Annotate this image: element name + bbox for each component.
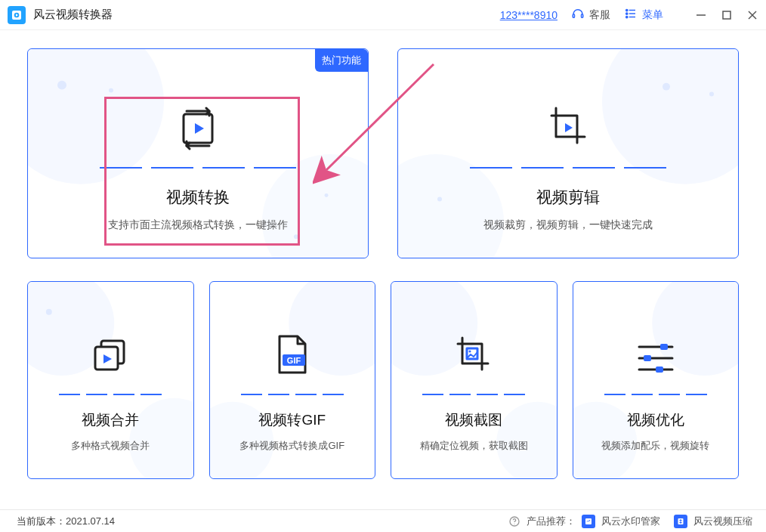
- compress-app-icon: [674, 515, 687, 528]
- svg-rect-3: [573, 14, 574, 18]
- recommend-label: 产品推荐：: [527, 515, 576, 528]
- menu-icon: [624, 7, 638, 23]
- divider: [604, 394, 707, 395]
- customer-service-label: 客服: [589, 8, 610, 22]
- svg-point-5: [626, 9, 628, 11]
- app-logo: [8, 6, 26, 24]
- svg-point-31: [46, 309, 52, 315]
- user-id-link[interactable]: 123****8910: [500, 9, 558, 21]
- gif-icon: GIF: [273, 333, 311, 380]
- card-video-convert[interactable]: 热门功能 视频转换 支持市面主流视频格式转换，一键操作: [27, 48, 369, 258]
- card-desc: 支持市面主流视频格式转换，一键操作: [108, 218, 288, 232]
- card-title: 视频转GIF: [258, 410, 326, 430]
- capture-icon: [452, 333, 496, 380]
- svg-point-20: [294, 234, 298, 239]
- divider: [100, 167, 296, 169]
- svg-point-25: [663, 83, 670, 91]
- merge-icon: [89, 335, 131, 380]
- divider: [470, 167, 666, 169]
- hot-badge: 热门功能: [315, 49, 368, 72]
- recommend-link-compress[interactable]: 风云视频压缩: [693, 515, 752, 528]
- card-video-capture[interactable]: 视频截图 精确定位视频，获取截图: [391, 281, 558, 479]
- svg-rect-46: [660, 344, 668, 350]
- svg-point-18: [109, 88, 113, 93]
- card-desc: 多种视频格式转换成GIF: [239, 439, 344, 453]
- convert-icon: [176, 107, 220, 153]
- svg-point-24: [398, 154, 504, 258]
- svg-point-15: [28, 49, 164, 184]
- divider: [422, 394, 525, 395]
- help-icon[interactable]: [508, 515, 520, 527]
- window-maximize-button[interactable]: [721, 9, 733, 21]
- divider: [59, 394, 162, 395]
- svg-point-23: [602, 49, 738, 184]
- window-minimize-button[interactable]: [695, 9, 707, 21]
- card-desc: 视频裁剪，视频剪辑，一键快速完成: [483, 218, 653, 232]
- svg-point-17: [57, 81, 66, 90]
- svg-point-27: [437, 197, 442, 202]
- svg-point-53: [514, 523, 514, 524]
- svg-point-9: [626, 16, 628, 17]
- card-title: 视频优化: [627, 410, 684, 430]
- customer-service-button[interactable]: 客服: [571, 7, 610, 23]
- card-title: 视频合并: [82, 410, 139, 430]
- svg-point-19: [325, 193, 329, 197]
- card-desc: 多种格式视频合并: [71, 439, 150, 453]
- svg-point-26: [709, 92, 714, 97]
- svg-point-7: [626, 13, 628, 14]
- watermark-app-icon: [582, 515, 595, 528]
- card-title: 视频转换: [166, 187, 230, 208]
- card-title: 视频截图: [445, 410, 502, 430]
- card-desc: 视频添加配乐，视频旋转: [601, 439, 709, 453]
- svg-text:GIF: GIF: [287, 356, 301, 365]
- headset-icon: [571, 7, 585, 23]
- recommend-link-watermark[interactable]: 风云水印管家: [601, 515, 660, 528]
- svg-rect-4: [582, 14, 583, 18]
- app-title: 风云视频转换器: [33, 8, 113, 22]
- card-video-edit[interactable]: 视频剪辑 视频裁剪，视频剪辑，一键快速完成: [397, 48, 739, 258]
- card-video-gif[interactable]: GIF 视频转GIF 多种视频格式转换成GIF: [209, 281, 376, 479]
- sliders-icon: [635, 339, 677, 380]
- svg-point-16: [262, 154, 368, 258]
- card-title: 视频剪辑: [536, 187, 600, 208]
- status-bar: 当前版本：2021.07.14 产品推荐： 风云水印管家 风云视频压缩: [0, 509, 766, 532]
- main-content: 热门功能 视频转换 支持市面主流视频格式转换，一键操作 视频剪辑 视频裁剪，视频…: [0, 30, 766, 479]
- menu-button[interactable]: 菜单: [624, 7, 663, 23]
- card-desc: 精确定位视频，获取截图: [420, 439, 528, 453]
- crop-icon: [545, 105, 591, 153]
- version-text: 当前版本：2021.07.14: [17, 515, 115, 528]
- window-close-button[interactable]: [746, 9, 758, 21]
- svg-rect-12: [723, 11, 730, 19]
- divider: [241, 394, 344, 395]
- svg-point-42: [469, 351, 471, 353]
- menu-label: 菜单: [642, 8, 663, 22]
- svg-rect-50: [656, 367, 663, 373]
- card-video-merge[interactable]: 视频合并 多种格式视频合并: [27, 281, 194, 479]
- card-video-optimize[interactable]: 视频优化 视频添加配乐，视频旋转: [573, 281, 740, 479]
- title-bar: 风云视频转换器 123****8910 客服 菜单: [0, 0, 766, 30]
- svg-rect-48: [644, 355, 651, 361]
- svg-marker-28: [565, 123, 573, 132]
